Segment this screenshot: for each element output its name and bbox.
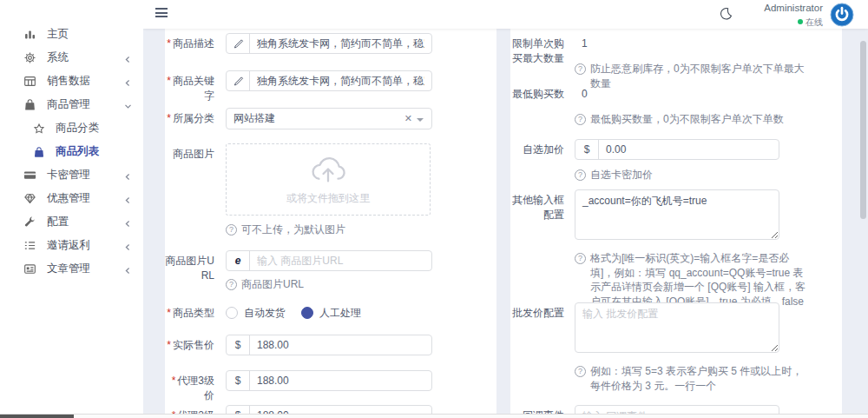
field-label: 其他输入框配置 xyxy=(510,189,564,222)
hamburger-menu-icon[interactable] xyxy=(155,8,168,20)
image-url-input[interactable]: e xyxy=(226,250,432,271)
help-text: ?最低购买数量，0为不限制客户单次下单数 xyxy=(575,112,784,127)
question-icon: ? xyxy=(226,224,237,236)
actual-price-input[interactable]: $ xyxy=(226,335,432,355)
gear-icon xyxy=(23,51,37,65)
dollar-sign: $ xyxy=(227,335,250,355)
sidebar-item-label: 商品分类 xyxy=(56,121,99,136)
agent3-price-value[interactable] xyxy=(250,371,431,390)
field-label: *商品描述 xyxy=(165,33,214,51)
user-name: Administrator xyxy=(764,3,823,14)
pencil-icon xyxy=(227,71,250,90)
field-label: *实际售价 xyxy=(165,335,214,353)
vertical-scrollbar-thumb[interactable] xyxy=(860,41,866,219)
radio-auto-delivery[interactable]: 自动发货 xyxy=(226,306,286,321)
product-description-input[interactable] xyxy=(226,33,432,54)
help-text: ?可不上传，为默认图片 xyxy=(226,222,431,237)
sidebar-item-sales-data[interactable]: 销售数据 xyxy=(0,70,143,93)
sidebar-item-label: 优惠管理 xyxy=(47,191,90,206)
sidebar-item-product-category[interactable]: 商品分类 xyxy=(0,116,143,140)
self-markup-input[interactable]: $ xyxy=(575,139,779,160)
wholesale-config-textarea[interactable] xyxy=(575,302,779,353)
field-label: *代理3级价 xyxy=(165,370,214,403)
dark-mode-moon-icon[interactable] xyxy=(718,6,733,25)
chevron-left-icon xyxy=(124,242,132,254)
help-text: ?商品图片URL xyxy=(226,277,432,292)
chevron-left-icon xyxy=(124,265,132,277)
sidebar-item-label: 商品管理 xyxy=(47,97,90,112)
product-keywords-input[interactable] xyxy=(226,70,432,91)
field-label: 限制单次购买最大数量 xyxy=(510,33,564,66)
sidebar-item-label: 商品列表 xyxy=(56,144,99,159)
sidebar-item-label: 卡密管理 xyxy=(47,168,90,182)
sidebar-item-discount-management[interactable]: 优惠管理 xyxy=(0,187,143,210)
sidebar-item-product-management[interactable]: 商品管理 xyxy=(0,93,143,116)
help-text: ?例如：填写 5=3 表示客户购买 5 件或以上时，每件价格为 3 元。一行一个 xyxy=(575,364,811,393)
online-dot-icon xyxy=(798,19,803,24)
min-purchase-input[interactable] xyxy=(575,83,654,104)
shopping-bag-icon xyxy=(23,98,37,112)
extra-input-config-textarea[interactable]: _account=你的飞机号=true xyxy=(575,189,779,240)
sidebar-item-product-list[interactable]: 商品列表 xyxy=(0,140,143,163)
help-text: ?自选卡密加价 xyxy=(575,168,779,182)
radio-manual-processing[interactable]: 人工处理 xyxy=(301,306,361,321)
globe-e-icon: e xyxy=(227,251,250,270)
chevron-left-icon xyxy=(124,77,132,90)
field-label: *商品类型 xyxy=(165,302,214,321)
self-markup-value[interactable] xyxy=(599,140,779,159)
product-keywords-value[interactable] xyxy=(250,71,431,90)
category-selected-value: 网站搭建 xyxy=(233,111,275,126)
sidebar-item-article-management[interactable]: 文章管理 xyxy=(0,257,143,281)
product-description-value[interactable] xyxy=(250,34,431,53)
sidebar-item-card-management[interactable]: 卡密管理 xyxy=(0,163,143,187)
chevron-left-icon xyxy=(124,218,132,230)
online-status: 在线 xyxy=(798,17,823,28)
image-url-value[interactable] xyxy=(250,251,431,270)
sidebar-item-system[interactable]: 系统 xyxy=(0,46,143,70)
field-label: 批发价配置 xyxy=(510,302,564,321)
question-icon: ? xyxy=(575,114,586,125)
caret-down-icon xyxy=(417,118,424,122)
gem-icon xyxy=(23,192,37,206)
bar-chart-icon xyxy=(23,28,37,42)
question-icon: ? xyxy=(575,366,586,377)
horizontal-scrollbar-track[interactable] xyxy=(0,414,868,418)
sidebar: 主页 系统 销售数据 商品管理 商品分类 商品列表 xyxy=(0,0,143,418)
star-icon xyxy=(31,122,46,136)
question-icon: ? xyxy=(226,279,237,290)
dropzone-hint: 或将文件拖到这里 xyxy=(227,191,430,206)
clear-icon[interactable]: ✕ xyxy=(404,113,412,124)
user-info[interactable]: Administrator 在线 xyxy=(764,3,823,28)
field-label: *商品关键字 xyxy=(165,70,214,103)
product-form-left-panel: *商品描述 *商品关键字 *所属分类 网站搭建 xyxy=(165,29,496,418)
required-asterisk: * xyxy=(167,307,171,319)
required-asterisk: * xyxy=(167,339,171,351)
field-label: 商品图片URL xyxy=(165,250,214,283)
sidebar-item-label: 销售数据 xyxy=(47,74,90,89)
chevron-left-icon xyxy=(124,195,132,207)
sidebar-item-label: 文章管理 xyxy=(47,262,90,276)
question-icon: ? xyxy=(575,253,586,264)
table-icon xyxy=(23,75,37,89)
sidebar-item-home[interactable]: 主页 xyxy=(0,23,143,46)
sidebar-item-label: 邀请返利 xyxy=(47,238,90,253)
sidebar-item-invite-rebate[interactable]: 邀请返利 xyxy=(0,234,143,257)
topbar: Administrator 在线 xyxy=(143,0,868,29)
chevron-left-icon xyxy=(124,171,132,183)
dollar-sign: $ xyxy=(575,140,599,159)
dollar-sign: $ xyxy=(227,371,250,390)
image-upload-dropzone[interactable]: 或将文件拖到这里 xyxy=(226,143,431,216)
sidebar-item-config[interactable]: 配置 xyxy=(0,210,143,234)
actual-price-value[interactable] xyxy=(250,335,431,355)
max-purchase-limit-input[interactable] xyxy=(575,33,654,54)
category-select[interactable]: 网站搭建 ✕ xyxy=(226,108,432,129)
credit-card-icon xyxy=(23,169,37,182)
cloud-upload-icon xyxy=(308,153,348,188)
radio-circle-icon xyxy=(226,307,238,319)
field-label: 商品图片 xyxy=(165,143,214,162)
power-logo-icon[interactable] xyxy=(830,3,854,27)
horizontal-scrollbar-thumb[interactable] xyxy=(0,415,74,418)
wrench-icon xyxy=(23,216,37,229)
sidebar-item-label: 主页 xyxy=(47,27,69,42)
agent3-price-input[interactable]: $ xyxy=(226,370,432,391)
